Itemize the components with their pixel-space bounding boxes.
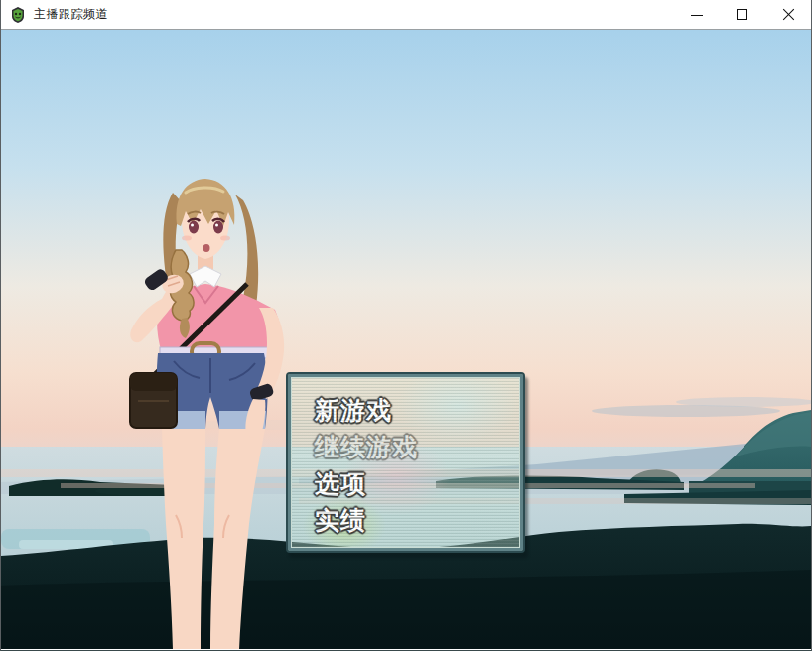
menu-item-options[interactable]: 选项 [288, 465, 523, 502]
minimize-button[interactable] [674, 0, 720, 30]
anime-girl-character [116, 163, 299, 649]
title-menu-list: 新游戏 继续游戏 选项 实绩 [288, 392, 523, 539]
menu-item-continue-game: 继续游戏 [288, 429, 523, 465]
app-icon [9, 6, 27, 24]
titlebar[interactable]: 主播跟踪频道 [1, 0, 811, 30]
window-controls [674, 0, 811, 30]
game-viewport: 新游戏 继续游戏 选项 实绩 [1, 30, 811, 649]
app-window: 主播跟踪频道 [0, 0, 812, 651]
maximize-button[interactable] [720, 0, 765, 30]
maximize-icon [737, 9, 747, 20]
menu-item-new-game[interactable]: 新游戏 [288, 392, 523, 429]
title-menu-window: 新游戏 继续游戏 选项 实绩 [286, 372, 525, 553]
menu-item-achievements[interactable]: 实绩 [288, 502, 523, 539]
minimize-icon [691, 15, 703, 16]
window-title: 主播跟踪频道 [34, 6, 108, 23]
close-button[interactable] [765, 0, 811, 30]
